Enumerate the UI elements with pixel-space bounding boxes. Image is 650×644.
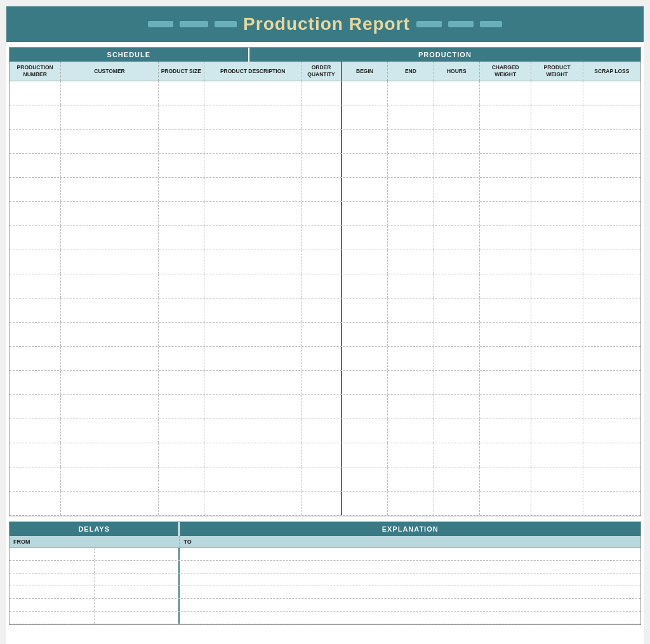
table-cell[interactable]: [434, 299, 480, 322]
table-cell[interactable]: [342, 371, 388, 394]
table-cell[interactable]: [302, 130, 342, 153]
table-cell[interactable]: [159, 347, 204, 370]
table-cell[interactable]: [583, 467, 640, 491]
table-cell[interactable]: [204, 371, 302, 394]
table-cell[interactable]: [342, 130, 388, 153]
table-cell[interactable]: [434, 130, 480, 153]
table-cell[interactable]: [388, 299, 434, 322]
table-cell[interactable]: [159, 250, 204, 274]
table-cell[interactable]: [583, 226, 640, 250]
table-cell[interactable]: [61, 371, 158, 394]
delays-cell[interactable]: [95, 586, 180, 598]
table-cell[interactable]: [302, 419, 342, 443]
table-cell[interactable]: [204, 226, 302, 250]
table-cell[interactable]: [159, 395, 204, 419]
table-cell[interactable]: [159, 467, 204, 491]
table-cell[interactable]: [583, 274, 640, 298]
table-cell[interactable]: [10, 323, 61, 346]
table-cell[interactable]: [342, 323, 388, 346]
table-cell[interactable]: [583, 178, 640, 201]
table-cell[interactable]: [583, 105, 640, 129]
table-cell[interactable]: [61, 274, 158, 298]
table-cell[interactable]: [159, 299, 204, 322]
table-cell[interactable]: [480, 130, 531, 153]
table-cell[interactable]: [583, 202, 640, 225]
table-cell[interactable]: [159, 371, 204, 394]
table-cell[interactable]: [342, 395, 388, 419]
table-cell[interactable]: [302, 443, 342, 467]
table-cell[interactable]: [342, 226, 388, 250]
table-cell[interactable]: [434, 81, 480, 105]
table-cell[interactable]: [204, 395, 302, 419]
table-cell[interactable]: [434, 226, 480, 250]
table-cell[interactable]: [388, 347, 434, 370]
table-cell[interactable]: [61, 202, 158, 225]
table-cell[interactable]: [302, 395, 342, 419]
table-cell[interactable]: [434, 178, 480, 201]
delays-cell[interactable]: [180, 548, 640, 560]
table-cell[interactable]: [302, 467, 342, 491]
table-cell[interactable]: [159, 178, 204, 201]
table-cell[interactable]: [434, 347, 480, 370]
table-cell[interactable]: [434, 492, 480, 515]
table-cell[interactable]: [388, 492, 434, 515]
table-cell[interactable]: [480, 202, 531, 225]
table-cell[interactable]: [342, 299, 388, 322]
table-cell[interactable]: [531, 347, 583, 370]
table-cell[interactable]: [10, 226, 61, 250]
table-cell[interactable]: [61, 347, 158, 370]
table-cell[interactable]: [10, 443, 61, 467]
table-cell[interactable]: [531, 492, 583, 515]
table-cell[interactable]: [159, 274, 204, 298]
table-cell[interactable]: [204, 105, 302, 129]
table-cell[interactable]: [204, 130, 302, 153]
delays-cell[interactable]: [180, 586, 640, 598]
table-cell[interactable]: [159, 323, 204, 346]
table-cell[interactable]: [388, 419, 434, 443]
table-cell[interactable]: [10, 299, 61, 322]
table-cell[interactable]: [10, 202, 61, 225]
table-cell[interactable]: [480, 395, 531, 419]
table-cell[interactable]: [434, 467, 480, 491]
table-cell[interactable]: [302, 105, 342, 129]
table-cell[interactable]: [342, 274, 388, 298]
table-cell[interactable]: [583, 395, 640, 419]
table-cell[interactable]: [480, 323, 531, 346]
table-cell[interactable]: [302, 274, 342, 298]
table-cell[interactable]: [583, 81, 640, 105]
table-cell[interactable]: [342, 202, 388, 225]
table-cell[interactable]: [583, 299, 640, 322]
delays-cell[interactable]: [10, 599, 95, 611]
table-cell[interactable]: [302, 250, 342, 274]
table-cell[interactable]: [388, 154, 434, 177]
table-cell[interactable]: [159, 202, 204, 225]
table-cell[interactable]: [388, 130, 434, 153]
table-cell[interactable]: [531, 467, 583, 491]
delays-cell[interactable]: [10, 548, 95, 560]
delays-cell[interactable]: [180, 612, 640, 624]
table-cell[interactable]: [61, 178, 158, 201]
table-cell[interactable]: [204, 202, 302, 225]
delays-cell[interactable]: [10, 586, 95, 598]
table-cell[interactable]: [302, 323, 342, 346]
table-cell[interactable]: [61, 395, 158, 419]
table-cell[interactable]: [388, 443, 434, 467]
table-cell[interactable]: [204, 178, 302, 201]
table-cell[interactable]: [583, 250, 640, 274]
table-cell[interactable]: [10, 347, 61, 370]
table-cell[interactable]: [583, 347, 640, 370]
table-cell[interactable]: [204, 347, 302, 370]
table-cell[interactable]: [61, 130, 158, 153]
table-cell[interactable]: [342, 419, 388, 443]
table-cell[interactable]: [302, 492, 342, 515]
delays-cell[interactable]: [95, 561, 180, 573]
table-cell[interactable]: [583, 443, 640, 467]
table-cell[interactable]: [159, 105, 204, 129]
table-cell[interactable]: [480, 492, 531, 515]
table-cell[interactable]: [480, 347, 531, 370]
table-cell[interactable]: [61, 467, 158, 491]
table-cell[interactable]: [342, 347, 388, 370]
table-cell[interactable]: [10, 371, 61, 394]
table-cell[interactable]: [583, 371, 640, 394]
delays-cell[interactable]: [180, 561, 640, 573]
